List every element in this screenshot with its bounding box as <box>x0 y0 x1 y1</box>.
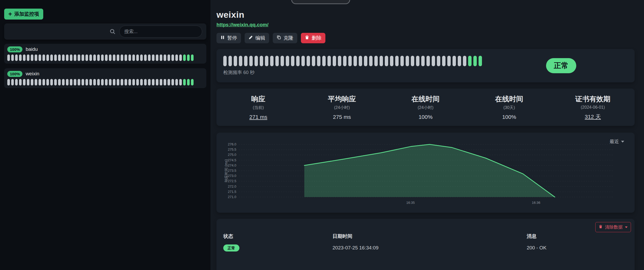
beat <box>74 79 76 85</box>
beat <box>255 56 258 66</box>
beat <box>369 56 373 66</box>
sidebar-monitor-item-baidu[interactable]: 100%baidu <box>4 44 206 64</box>
beat <box>191 79 194 85</box>
beat <box>7 79 10 85</box>
beat <box>101 54 104 61</box>
beat <box>265 56 268 66</box>
beat <box>23 54 26 61</box>
add-monitor-button[interactable]: + 添加监控项 <box>4 9 43 20</box>
monitor-name: baidu <box>26 46 38 52</box>
beat <box>50 54 53 61</box>
monitor-list: 100%baidu100%weixin <box>4 44 206 88</box>
svg-text:276.0: 276.0 <box>228 142 236 146</box>
beat <box>70 54 72 61</box>
stat-column-1: 平均响应(24小时)275 ms <box>300 94 384 120</box>
beat <box>62 54 65 61</box>
beat <box>105 79 108 85</box>
check-frequency-label: 检测频率 60 秒 <box>223 69 494 76</box>
sidebar-monitor-item-weixin[interactable]: 100%weixin <box>4 68 206 88</box>
svg-text:16:35: 16:35 <box>406 201 415 205</box>
beat <box>312 56 315 66</box>
beat <box>286 56 289 66</box>
pause-button[interactable]: 暂停 <box>216 33 241 43</box>
beat <box>66 79 69 85</box>
delete-button[interactable]: 删除 <box>301 33 325 43</box>
beat <box>249 56 253 66</box>
heartbeat-panel: 检测频率 60 秒 正常 <box>216 49 635 82</box>
search-input[interactable] <box>119 26 202 38</box>
monitor-url-link[interactable]: https://weixin.qq.com/ <box>216 22 269 28</box>
monitor-actions: 暂停 编辑 克隆 删除 <box>216 33 635 43</box>
beat <box>453 56 456 66</box>
beat <box>31 54 33 61</box>
beat <box>171 79 174 85</box>
beat <box>31 79 33 85</box>
beat <box>136 54 139 61</box>
beat <box>400 56 404 66</box>
beat <box>117 54 119 61</box>
beat <box>156 54 158 61</box>
stat-subtitle: (当前) <box>216 105 300 111</box>
beat <box>479 56 482 66</box>
stat-value: 275 ms <box>300 114 384 120</box>
beat <box>406 56 409 66</box>
beat <box>156 79 158 85</box>
beat <box>291 56 294 66</box>
uptime-badge: 100% <box>7 71 22 77</box>
beat <box>281 56 284 66</box>
beat <box>473 56 477 66</box>
event-message: 200 - OK <box>527 245 628 251</box>
stat-subtitle: (24小时) <box>384 105 467 111</box>
beat <box>140 79 143 85</box>
beat <box>223 56 227 66</box>
beat <box>89 79 92 85</box>
beat <box>140 54 143 61</box>
beat <box>109 54 112 61</box>
monitor-list-toolbar <box>4 23 206 40</box>
events-header: 状态 <box>223 233 332 240</box>
edit-button[interactable]: 编辑 <box>245 33 269 43</box>
beat <box>385 56 388 66</box>
beat <box>333 56 336 66</box>
clear-data-button[interactable]: 清除数据 <box>595 222 631 232</box>
monitor-heartbeat-bar <box>7 54 203 61</box>
beat <box>50 79 53 85</box>
beat <box>160 79 162 85</box>
beat <box>168 54 170 61</box>
beat <box>70 79 72 85</box>
beat <box>93 54 96 61</box>
beat <box>301 56 305 66</box>
edit-icon <box>249 35 253 41</box>
uptime-badge: 100% <box>7 46 22 52</box>
beat <box>42 79 45 85</box>
beat <box>411 56 414 66</box>
beat <box>432 56 435 66</box>
beat <box>39 79 41 85</box>
events-rows: 正常2023-07-25 16:34:09200 - OK <box>223 245 628 251</box>
beat <box>183 79 186 85</box>
beat <box>97 79 100 85</box>
beat <box>164 79 166 85</box>
beat <box>364 56 367 66</box>
beat <box>228 56 232 66</box>
svg-text:273.0: 273.0 <box>228 174 236 178</box>
event-row: 正常2023-07-25 16:34:09200 - OK <box>223 245 628 251</box>
beat <box>148 54 151 61</box>
beat <box>27 79 29 85</box>
trash-icon <box>305 35 309 41</box>
browser-fullscreen-pill <box>291 0 350 4</box>
beat <box>179 54 182 61</box>
beat <box>234 56 237 66</box>
clone-button[interactable]: 克隆 <box>273 33 297 43</box>
stat-subtitle: (30天) <box>467 105 551 111</box>
beat <box>442 56 445 66</box>
beat <box>260 56 263 66</box>
beat <box>27 54 29 61</box>
trash-icon <box>599 225 603 230</box>
beat <box>85 54 88 61</box>
svg-text:272.0: 272.0 <box>228 185 236 188</box>
beat <box>144 79 147 85</box>
beat <box>74 54 76 61</box>
beat <box>296 56 300 66</box>
heartbeat-right: 正常 <box>494 58 628 73</box>
